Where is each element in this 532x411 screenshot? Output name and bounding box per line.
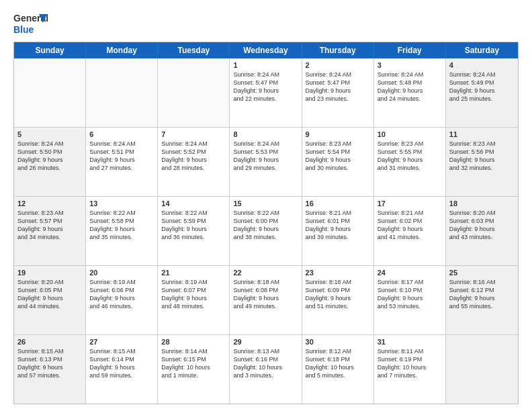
cell-info: Sunrise: 8:18 AM Sunset: 6:08 PM Dayligh… <box>233 278 298 311</box>
calendar-cell-day-29: 29Sunrise: 8:13 AM Sunset: 6:16 PM Dayli… <box>230 335 302 404</box>
calendar-body: 1Sunrise: 8:24 AM Sunset: 5:47 PM Daylig… <box>14 58 518 404</box>
cell-info: Sunrise: 8:20 AM Sunset: 6:05 PM Dayligh… <box>17 278 82 311</box>
calendar-header: SundayMondayTuesdayWednesdayThursdayFrid… <box>14 42 518 58</box>
day-number: 16 <box>306 199 370 208</box>
page: GeneralBlue SundayMondayTuesdayWednesday… <box>0 0 532 411</box>
cell-info: Sunrise: 8:23 AM Sunset: 5:56 PM Dayligh… <box>449 140 515 173</box>
day-number: 17 <box>378 199 442 208</box>
calendar-row-5: 26Sunrise: 8:15 AM Sunset: 6:13 PM Dayli… <box>14 335 518 404</box>
calendar-cell-day-12: 12Sunrise: 8:23 AM Sunset: 5:57 PM Dayli… <box>14 197 86 265</box>
weekday-header-wednesday: Wednesday <box>230 42 302 58</box>
calendar-cell-day-2: 2Sunrise: 8:24 AM Sunset: 5:47 PM Daylig… <box>302 58 374 127</box>
day-number: 8 <box>233 130 298 138</box>
calendar-cell-day-31: 31Sunrise: 8:11 AM Sunset: 6:19 PM Dayli… <box>374 335 446 404</box>
weekday-header-saturday: Saturday <box>446 42 518 58</box>
weekday-header-thursday: Thursday <box>302 42 374 58</box>
weekday-header-friday: Friday <box>374 42 446 58</box>
day-number: 12 <box>17 199 82 208</box>
logo-svg: GeneralBlue <box>13 11 50 36</box>
calendar-row-4: 19Sunrise: 8:20 AM Sunset: 6:05 PM Dayli… <box>14 266 518 335</box>
day-number: 14 <box>161 199 226 208</box>
cell-info: Sunrise: 8:15 AM Sunset: 6:13 PM Dayligh… <box>17 347 82 380</box>
day-number: 27 <box>89 338 154 346</box>
calendar-cell-day-1: 1Sunrise: 8:24 AM Sunset: 5:47 PM Daylig… <box>230 58 302 127</box>
calendar-cell-day-22: 22Sunrise: 8:18 AM Sunset: 6:08 PM Dayli… <box>230 266 302 334</box>
cell-info: Sunrise: 8:21 AM Sunset: 6:01 PM Dayligh… <box>306 209 370 242</box>
weekday-header-sunday: Sunday <box>14 42 86 58</box>
calendar-cell-day-28: 28Sunrise: 8:14 AM Sunset: 6:15 PM Dayli… <box>158 335 230 404</box>
calendar-cell-day-8: 8Sunrise: 8:24 AM Sunset: 5:53 PM Daylig… <box>230 128 302 196</box>
cell-info: Sunrise: 8:24 AM Sunset: 5:51 PM Dayligh… <box>89 140 154 173</box>
cell-info: Sunrise: 8:13 AM Sunset: 6:16 PM Dayligh… <box>233 347 298 380</box>
cell-info: Sunrise: 8:24 AM Sunset: 5:52 PM Dayligh… <box>161 140 226 173</box>
cell-info: Sunrise: 8:24 AM Sunset: 5:47 PM Dayligh… <box>306 71 370 103</box>
cell-info: Sunrise: 8:11 AM Sunset: 6:19 PM Dayligh… <box>378 347 442 380</box>
calendar-cell-day-20: 20Sunrise: 8:19 AM Sunset: 6:06 PM Dayli… <box>86 266 158 334</box>
calendar-cell-empty <box>14 58 86 127</box>
cell-info: Sunrise: 8:24 AM Sunset: 5:48 PM Dayligh… <box>378 71 442 103</box>
cell-info: Sunrise: 8:12 AM Sunset: 6:18 PM Dayligh… <box>306 347 370 380</box>
calendar-cell-day-16: 16Sunrise: 8:21 AM Sunset: 6:01 PM Dayli… <box>302 197 374 265</box>
cell-info: Sunrise: 8:24 AM Sunset: 5:47 PM Dayligh… <box>233 71 298 103</box>
cell-info: Sunrise: 8:23 AM Sunset: 5:57 PM Dayligh… <box>17 209 82 242</box>
day-number: 7 <box>161 130 226 138</box>
day-number: 3 <box>378 61 442 69</box>
day-number: 25 <box>449 269 515 277</box>
calendar-cell-day-18: 18Sunrise: 8:20 AM Sunset: 6:03 PM Dayli… <box>446 197 518 265</box>
calendar: SundayMondayTuesdayWednesdayThursdayFrid… <box>13 42 519 404</box>
cell-info: Sunrise: 8:23 AM Sunset: 5:55 PM Dayligh… <box>378 140 442 173</box>
day-number: 30 <box>306 338 370 346</box>
cell-info: Sunrise: 8:22 AM Sunset: 6:00 PM Dayligh… <box>233 209 298 242</box>
weekday-header-tuesday: Tuesday <box>158 42 230 58</box>
day-number: 22 <box>233 269 298 277</box>
day-number: 13 <box>89 199 154 208</box>
calendar-cell-empty <box>158 58 230 127</box>
day-number: 9 <box>306 130 370 138</box>
day-number: 5 <box>17 130 82 138</box>
day-number: 23 <box>306 269 370 277</box>
calendar-cell-empty <box>446 335 518 404</box>
header: GeneralBlue <box>13 11 519 36</box>
calendar-cell-day-19: 19Sunrise: 8:20 AM Sunset: 6:05 PM Dayli… <box>14 266 86 334</box>
day-number: 24 <box>378 269 442 277</box>
day-number: 26 <box>17 338 82 346</box>
svg-text:Blue: Blue <box>13 24 34 35</box>
calendar-cell-day-7: 7Sunrise: 8:24 AM Sunset: 5:52 PM Daylig… <box>158 128 230 196</box>
day-number: 29 <box>233 338 298 346</box>
day-number: 6 <box>89 130 154 138</box>
day-number: 20 <box>89 269 154 277</box>
cell-info: Sunrise: 8:24 AM Sunset: 5:49 PM Dayligh… <box>449 71 515 103</box>
calendar-cell-day-10: 10Sunrise: 8:23 AM Sunset: 5:55 PM Dayli… <box>374 128 446 196</box>
logo: GeneralBlue <box>13 11 50 36</box>
calendar-row-1: 1Sunrise: 8:24 AM Sunset: 5:47 PM Daylig… <box>14 58 518 128</box>
day-number: 21 <box>161 269 226 277</box>
day-number: 10 <box>378 130 442 138</box>
calendar-cell-day-13: 13Sunrise: 8:22 AM Sunset: 5:58 PM Dayli… <box>86 197 158 265</box>
calendar-cell-day-5: 5Sunrise: 8:24 AM Sunset: 5:50 PM Daylig… <box>14 128 86 196</box>
calendar-cell-day-17: 17Sunrise: 8:21 AM Sunset: 6:02 PM Dayli… <box>374 197 446 265</box>
calendar-cell-day-25: 25Sunrise: 8:16 AM Sunset: 6:12 PM Dayli… <box>446 266 518 334</box>
calendar-cell-day-21: 21Sunrise: 8:19 AM Sunset: 6:07 PM Dayli… <box>158 266 230 334</box>
calendar-cell-day-27: 27Sunrise: 8:15 AM Sunset: 6:14 PM Dayli… <box>86 335 158 404</box>
calendar-cell-day-9: 9Sunrise: 8:23 AM Sunset: 5:54 PM Daylig… <box>302 128 374 196</box>
cell-info: Sunrise: 8:22 AM Sunset: 5:59 PM Dayligh… <box>161 209 226 242</box>
cell-info: Sunrise: 8:15 AM Sunset: 6:14 PM Dayligh… <box>89 347 154 380</box>
calendar-cell-day-26: 26Sunrise: 8:15 AM Sunset: 6:13 PM Dayli… <box>14 335 86 404</box>
calendar-cell-empty <box>86 58 158 127</box>
cell-info: Sunrise: 8:16 AM Sunset: 6:12 PM Dayligh… <box>449 278 515 311</box>
cell-info: Sunrise: 8:22 AM Sunset: 5:58 PM Dayligh… <box>89 209 154 242</box>
day-number: 11 <box>449 130 515 138</box>
cell-info: Sunrise: 8:18 AM Sunset: 6:09 PM Dayligh… <box>306 278 370 311</box>
cell-info: Sunrise: 8:24 AM Sunset: 5:53 PM Dayligh… <box>233 140 298 173</box>
cell-info: Sunrise: 8:14 AM Sunset: 6:15 PM Dayligh… <box>161 347 226 380</box>
calendar-cell-day-6: 6Sunrise: 8:24 AM Sunset: 5:51 PM Daylig… <box>86 128 158 196</box>
calendar-cell-day-15: 15Sunrise: 8:22 AM Sunset: 6:00 PM Dayli… <box>230 197 302 265</box>
calendar-cell-day-24: 24Sunrise: 8:17 AM Sunset: 6:10 PM Dayli… <box>374 266 446 334</box>
cell-info: Sunrise: 8:19 AM Sunset: 6:06 PM Dayligh… <box>89 278 154 311</box>
weekday-header-monday: Monday <box>86 42 158 58</box>
calendar-cell-day-11: 11Sunrise: 8:23 AM Sunset: 5:56 PM Dayli… <box>446 128 518 196</box>
day-number: 1 <box>233 61 298 69</box>
calendar-cell-day-4: 4Sunrise: 8:24 AM Sunset: 5:49 PM Daylig… <box>446 58 518 127</box>
cell-info: Sunrise: 8:21 AM Sunset: 6:02 PM Dayligh… <box>378 209 442 242</box>
day-number: 18 <box>449 199 515 208</box>
